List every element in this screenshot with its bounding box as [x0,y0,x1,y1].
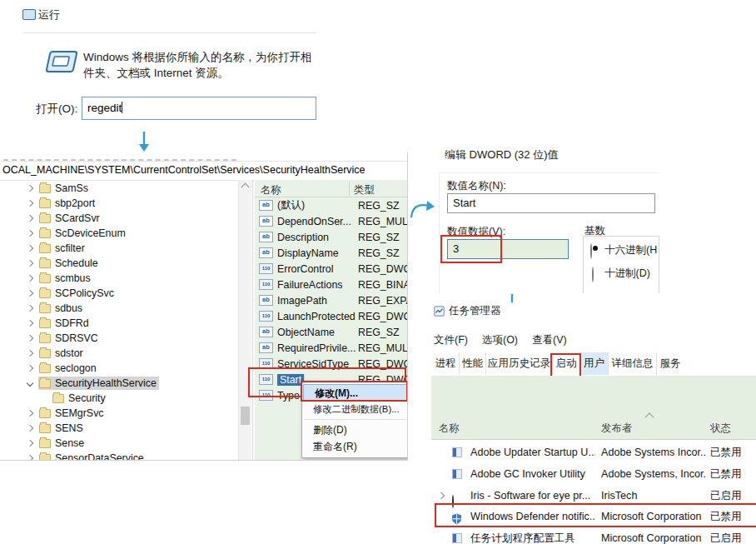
value-row[interactable]: abImagePathREG_EXPAN [255,292,408,308]
value-row[interactable]: 110ErrorControlREG_DWOR [255,261,408,277]
column-header-type[interactable]: 类型 [354,183,375,197]
chevron-right-icon[interactable] [27,410,33,417]
radio-hexadecimal[interactable] [590,243,592,259]
menu-options[interactable]: 选项(O) [482,333,518,347]
menu-view[interactable]: 查看(V) [532,333,567,347]
tab-services[interactable]: 服务 [656,352,684,375]
tree-item[interactable]: SensorDataService [25,451,147,461]
tree-item[interactable]: SEMgrSvc [25,406,107,421]
chevron-right-icon[interactable] [27,425,33,432]
tree-item[interactable]: scfilter [25,241,87,256]
tree-item[interactable]: sdstor [25,346,86,361]
chevron-right-icon[interactable] [27,335,33,342]
registry-editor-window: OCAL_MACHINE\SYSTEM\CurrentControlSet\Se… [0,152,408,461]
header-divider[interactable] [349,182,350,196]
tab-processes[interactable]: 进程 [432,352,459,375]
header-underline [431,439,756,440]
tree-item[interactable]: Schedule [25,256,101,271]
folder-icon [39,199,51,208]
chevron-right-icon[interactable] [27,350,33,357]
folder-icon [52,394,64,403]
value-row[interactable]: 110LaunchProtectedREG_DWOR [255,308,408,324]
chevron-right-icon[interactable] [27,260,33,267]
run-open-input[interactable]: regedit [82,97,316,120]
chevron-right-icon[interactable] [27,320,33,327]
column-header-status[interactable]: 状态 [710,422,731,436]
value-row[interactable]: abRequiredPrivile...REG_MULTI_ [255,340,408,356]
startup-row[interactable]: 任务计划程序配置工具 Microsoft Corporation 已启用 [431,527,756,544]
value-row[interactable]: 110FailureActionsREG_BINARY [255,277,408,292]
startup-name: Adobe Updater Startup U... [470,442,595,463]
open-label: 打开(O): [36,102,77,117]
tree-item[interactable]: SCPolicySvc [25,286,117,301]
value-row[interactable]: abObjectNameREG_SZ [255,324,408,340]
chevron-right-icon[interactable] [27,290,33,297]
folder-icon [39,214,51,223]
app-icon [452,469,462,479]
app-icon [452,447,462,457]
tree-item[interactable]: SDFRd [25,316,92,331]
tree-item[interactable]: Security [52,391,108,406]
folder-icon [39,184,51,193]
menu-item-modify-binary[interactable]: 修改二进制数据(B)... [302,401,408,417]
tab-app-history[interactable]: 应用历史记录 [485,352,552,375]
tab-users[interactable]: 用户 [579,352,608,375]
startup-row[interactable]: Adobe Updater Startup U... Adobe Systems… [431,442,756,463]
scrollbar-thumb[interactable] [241,407,250,425]
chevron-down-icon[interactable] [27,380,33,387]
task-manager-tabbar: 进程 性能 应用历史记录 启动 用户 详细信息 服务 [431,352,756,377]
tree-item[interactable]: sbp2port [25,196,97,211]
regedit-address-bar[interactable]: OCAL_MACHINE\SYSTEM\CurrentControlSet\Se… [0,161,408,181]
tree-item[interactable]: Sense [25,436,87,451]
tree-item[interactable]: scmbus [25,271,93,286]
column-header-name[interactable]: 名称 [439,422,460,436]
menu-item-delete[interactable]: 删除(D) [302,422,408,438]
string-value-icon: ab [259,232,273,242]
column-header-name[interactable]: 名称 [261,183,281,197]
chevron-right-icon[interactable] [27,230,33,237]
menu-file[interactable]: 文件(F) [434,333,468,347]
tab-performance[interactable]: 性能 [459,352,485,375]
menu-item-rename[interactable]: 重命名(R) [302,438,408,455]
chevron-right-icon[interactable] [27,305,33,312]
task-manager-title: 任务管理器 [449,304,501,318]
value-name-input[interactable]: Start [447,193,655,213]
tree-scrollbar[interactable] [238,180,251,461]
folder-icon [39,409,51,418]
app-icon [452,533,462,543]
tree-item[interactable]: sdbus [25,301,85,316]
value-row[interactable]: abDependOnSer...REG_MULTI_ [255,213,408,229]
string-value-icon: ab [259,200,273,211]
regedit-menubar-clipped [3,153,236,161]
value-row[interactable]: abDescriptionREG_SZ [255,229,408,245]
chevron-right-icon[interactable] [27,185,33,192]
tab-details[interactable]: 详细信息 [608,352,656,375]
chevron-right-icon[interactable] [27,275,33,282]
chevron-right-icon[interactable] [27,455,33,461]
chevron-right-icon[interactable] [438,492,445,499]
pane-splitter[interactable] [252,180,253,461]
folder-icon [39,274,51,283]
value-row[interactable]: ab(默认)REG_SZ [255,197,408,213]
value-row[interactable]: abDisplayNameREG_SZ [255,245,408,261]
chevron-right-icon[interactable] [27,215,33,222]
chevron-right-icon[interactable] [27,440,33,447]
chevron-right-icon[interactable] [27,200,33,207]
tree-item[interactable]: ScDeviceEnum [25,226,128,241]
radio-hexadecimal-label: 十六进制(H [604,243,657,257]
tree-item[interactable]: SCardSvr [25,211,102,226]
chevron-right-icon[interactable] [27,365,33,372]
tree-item[interactable]: SamSs [25,181,91,196]
scroll-up-icon[interactable] [241,183,250,192]
startup-row[interactable]: Adobe GC Invoker Utility Adobe Systems, … [431,463,756,485]
column-header-publisher[interactable]: 发布者 [601,422,632,436]
tree-item-security-health-service[interactable]: SecurityHealthService [25,376,159,391]
folder-icon [39,454,51,462]
tree-item[interactable]: SDRSVC [25,331,101,346]
startup-publisher: Microsoft Corporation [601,527,706,544]
tree-item[interactable]: SENS [25,421,86,436]
tree-item[interactable]: seclogon [25,361,99,376]
folder-icon [39,424,51,433]
radio-decimal[interactable] [592,267,594,282]
chevron-right-icon[interactable] [27,245,33,252]
